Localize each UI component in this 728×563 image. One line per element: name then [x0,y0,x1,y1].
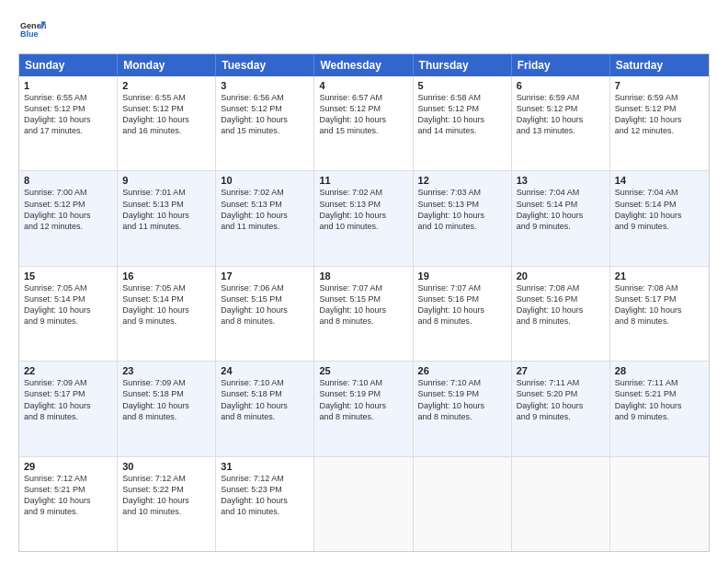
calendar-cell: 22Sunrise: 7:09 AM Sunset: 5:17 PM Dayli… [19,362,118,455]
calendar-row-1: 1Sunrise: 6:55 AM Sunset: 5:12 PM Daylig… [19,76,709,170]
calendar-cell: 2Sunrise: 6:55 AM Sunset: 5:12 PM Daylig… [118,76,216,170]
day-info: Sunrise: 7:08 AM Sunset: 5:16 PM Dayligh… [517,282,605,327]
day-info: Sunrise: 7:06 AM Sunset: 5:15 PM Dayligh… [221,282,309,327]
day-number: 4 [319,80,407,91]
day-number: 10 [221,175,309,186]
calendar-cell: 15Sunrise: 7:05 AM Sunset: 5:14 PM Dayli… [19,267,118,361]
day-info: Sunrise: 7:09 AM Sunset: 5:17 PM Dayligh… [24,377,112,422]
day-info: Sunrise: 7:12 AM Sunset: 5:21 PM Dayligh… [24,473,112,518]
day-number: 3 [221,80,309,91]
day-number: 15 [24,270,112,282]
calendar-cell: 8Sunrise: 7:00 AM Sunset: 5:12 PM Daylig… [19,171,118,265]
calendar-cell [512,457,610,551]
weekday-header-monday: Monday [118,54,216,76]
day-number: 14 [615,175,704,186]
day-info: Sunrise: 6:58 AM Sunset: 5:12 PM Dayligh… [418,92,506,137]
calendar-body: 1Sunrise: 6:55 AM Sunset: 5:12 PM Daylig… [19,76,709,551]
calendar-cell: 16Sunrise: 7:05 AM Sunset: 5:14 PM Dayli… [118,267,216,361]
calendar-cell: 25Sunrise: 7:10 AM Sunset: 5:19 PM Dayli… [314,362,413,455]
calendar-cell: 12Sunrise: 7:03 AM Sunset: 5:13 PM Dayli… [414,171,512,265]
calendar-cell: 13Sunrise: 7:04 AM Sunset: 5:14 PM Dayli… [512,171,610,265]
calendar-cell: 23Sunrise: 7:09 AM Sunset: 5:18 PM Dayli… [118,362,216,455]
day-number: 7 [615,80,704,91]
calendar-cell: 1Sunrise: 6:55 AM Sunset: 5:12 PM Daylig… [19,76,118,170]
day-info: Sunrise: 6:55 AM Sunset: 5:12 PM Dayligh… [122,92,210,137]
day-number: 12 [418,175,506,186]
day-info: Sunrise: 7:05 AM Sunset: 5:14 PM Dayligh… [24,282,112,327]
calendar-cell: 31Sunrise: 7:12 AM Sunset: 5:23 PM Dayli… [216,457,314,551]
calendar: SundayMondayTuesdayWednesdayThursdayFrid… [18,53,710,552]
day-info: Sunrise: 7:11 AM Sunset: 5:21 PM Dayligh… [615,377,704,422]
header: General Blue [18,17,710,46]
calendar-cell: 7Sunrise: 6:59 AM Sunset: 5:12 PM Daylig… [610,76,709,170]
day-info: Sunrise: 7:11 AM Sunset: 5:20 PM Dayligh… [517,377,605,422]
calendar-cell: 21Sunrise: 7:08 AM Sunset: 5:17 PM Dayli… [610,267,709,361]
weekday-header-wednesday: Wednesday [314,54,413,76]
calendar-cell: 20Sunrise: 7:08 AM Sunset: 5:16 PM Dayli… [512,267,610,361]
calendar-cell: 3Sunrise: 6:56 AM Sunset: 5:12 PM Daylig… [216,76,314,170]
day-info: Sunrise: 7:00 AM Sunset: 5:12 PM Dayligh… [24,187,112,232]
calendar-cell: 9Sunrise: 7:01 AM Sunset: 5:13 PM Daylig… [118,171,216,265]
calendar-cell: 17Sunrise: 7:06 AM Sunset: 5:15 PM Dayli… [216,267,314,361]
day-number: 17 [221,270,309,282]
day-number: 27 [517,365,605,376]
day-info: Sunrise: 7:05 AM Sunset: 5:14 PM Dayligh… [122,282,210,327]
day-number: 11 [319,175,407,186]
day-info: Sunrise: 7:02 AM Sunset: 5:13 PM Dayligh… [221,187,309,232]
calendar-row-5: 29Sunrise: 7:12 AM Sunset: 5:21 PM Dayli… [19,456,709,551]
day-info: Sunrise: 7:04 AM Sunset: 5:14 PM Dayligh… [615,187,704,232]
day-number: 19 [418,270,506,282]
calendar-cell: 26Sunrise: 7:10 AM Sunset: 5:19 PM Dayli… [414,362,512,455]
day-info: Sunrise: 7:10 AM Sunset: 5:19 PM Dayligh… [319,377,407,422]
day-info: Sunrise: 7:10 AM Sunset: 5:19 PM Dayligh… [418,377,506,422]
day-info: Sunrise: 7:03 AM Sunset: 5:13 PM Dayligh… [418,187,506,232]
day-info: Sunrise: 6:57 AM Sunset: 5:12 PM Dayligh… [319,92,407,137]
day-info: Sunrise: 7:04 AM Sunset: 5:14 PM Dayligh… [517,187,605,232]
day-number: 13 [517,175,605,186]
day-number: 29 [24,461,112,472]
weekday-header-saturday: Saturday [610,54,709,76]
calendar-cell: 19Sunrise: 7:07 AM Sunset: 5:16 PM Dayli… [414,267,512,361]
day-number: 30 [122,461,210,472]
calendar-cell: 18Sunrise: 7:07 AM Sunset: 5:15 PM Dayli… [314,267,413,361]
day-number: 9 [122,175,210,186]
day-info: Sunrise: 6:59 AM Sunset: 5:12 PM Dayligh… [517,92,605,137]
weekday-header-tuesday: Tuesday [216,54,314,76]
day-number: 18 [319,270,407,282]
calendar-cell: 30Sunrise: 7:12 AM Sunset: 5:22 PM Dayli… [118,457,216,551]
calendar-cell [610,457,709,551]
weekday-header-thursday: Thursday [414,54,512,76]
calendar-row-2: 8Sunrise: 7:00 AM Sunset: 5:12 PM Daylig… [19,170,709,265]
day-info: Sunrise: 7:09 AM Sunset: 5:18 PM Dayligh… [122,377,210,422]
weekday-header-sunday: Sunday [19,54,118,76]
day-number: 21 [615,270,704,282]
day-info: Sunrise: 7:10 AM Sunset: 5:18 PM Dayligh… [221,377,309,422]
day-info: Sunrise: 7:12 AM Sunset: 5:23 PM Dayligh… [221,473,309,518]
calendar-header: SundayMondayTuesdayWednesdayThursdayFrid… [19,54,709,76]
day-info: Sunrise: 7:08 AM Sunset: 5:17 PM Dayligh… [615,282,704,327]
calendar-cell: 14Sunrise: 7:04 AM Sunset: 5:14 PM Dayli… [610,171,709,265]
day-info: Sunrise: 7:12 AM Sunset: 5:22 PM Dayligh… [122,473,210,518]
day-number: 20 [517,270,605,282]
calendar-cell: 10Sunrise: 7:02 AM Sunset: 5:13 PM Dayli… [216,171,314,265]
calendar-cell: 29Sunrise: 7:12 AM Sunset: 5:21 PM Dayli… [19,457,118,551]
day-info: Sunrise: 7:01 AM Sunset: 5:13 PM Dayligh… [122,187,210,232]
svg-text:Blue: Blue [20,29,39,39]
day-number: 1 [24,80,112,91]
calendar-row-3: 15Sunrise: 7:05 AM Sunset: 5:14 PM Dayli… [19,266,709,361]
day-number: 2 [122,80,210,91]
day-info: Sunrise: 6:59 AM Sunset: 5:12 PM Dayligh… [615,92,704,137]
day-number: 6 [517,80,605,91]
day-number: 16 [122,270,210,282]
day-number: 31 [221,461,309,472]
day-info: Sunrise: 6:55 AM Sunset: 5:12 PM Dayligh… [24,92,112,137]
page: General Blue SundayMondayTuesdayWednesda… [0,0,728,563]
day-info: Sunrise: 7:07 AM Sunset: 5:15 PM Dayligh… [319,282,407,327]
calendar-row-4: 22Sunrise: 7:09 AM Sunset: 5:17 PM Dayli… [19,361,709,455]
logo-icon: General Blue [20,17,46,42]
day-number: 8 [24,175,112,186]
day-info: Sunrise: 7:07 AM Sunset: 5:16 PM Dayligh… [418,282,506,327]
logo: General Blue [18,17,46,46]
calendar-cell: 5Sunrise: 6:58 AM Sunset: 5:12 PM Daylig… [414,76,512,170]
calendar-cell: 28Sunrise: 7:11 AM Sunset: 5:21 PM Dayli… [610,362,709,455]
